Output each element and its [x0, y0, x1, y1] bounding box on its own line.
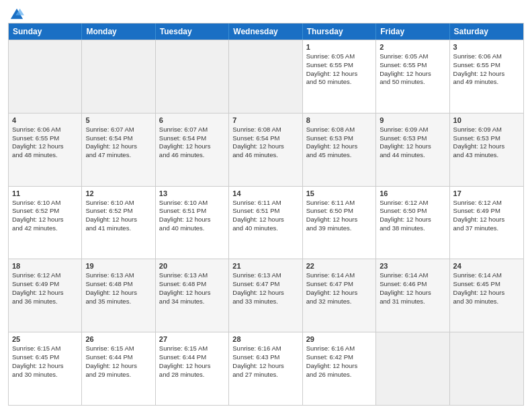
cal-cell: 2Sunrise: 6:05 AM Sunset: 6:55 PM Daylig…	[376, 40, 449, 113]
day-number: 2	[380, 43, 445, 51]
day-info: Sunrise: 6:13 AM Sunset: 6:48 PM Dayligh…	[159, 271, 225, 306]
cal-header-monday: Monday	[82, 24, 155, 40]
cal-week-1: 1Sunrise: 6:05 AM Sunset: 6:55 PM Daylig…	[9, 40, 523, 113]
day-number: 21	[232, 262, 298, 270]
cal-cell: 26Sunrise: 6:15 AM Sunset: 6:44 PM Dayli…	[82, 332, 155, 405]
day-number: 29	[306, 335, 372, 343]
cal-cell: 12Sunrise: 6:10 AM Sunset: 6:52 PM Dayli…	[82, 187, 155, 259]
cal-header-saturday: Saturday	[450, 24, 523, 40]
day-info: Sunrise: 6:08 AM Sunset: 6:54 PM Dayligh…	[232, 126, 298, 160]
day-info: Sunrise: 6:08 AM Sunset: 6:53 PM Dayligh…	[306, 126, 372, 160]
day-info: Sunrise: 6:12 AM Sunset: 6:50 PM Dayligh…	[380, 199, 445, 233]
page: SundayMondayTuesdayWednesdayThursdayFrid…	[0, 0, 532, 411]
day-info: Sunrise: 6:05 AM Sunset: 6:55 PM Dayligh…	[380, 52, 445, 87]
day-info: Sunrise: 6:06 AM Sunset: 6:55 PM Dayligh…	[453, 52, 520, 87]
logo-icon	[9, 7, 24, 21]
cal-week-4: 18Sunrise: 6:12 AM Sunset: 6:49 PM Dayli…	[9, 259, 523, 332]
logo	[8, 7, 24, 19]
cal-cell: 16Sunrise: 6:12 AM Sunset: 6:50 PM Dayli…	[376, 187, 449, 259]
day-number: 26	[85, 335, 151, 343]
day-number: 9	[380, 116, 445, 124]
header	[8, 7, 524, 19]
cal-cell	[376, 332, 449, 405]
cal-cell: 25Sunrise: 6:15 AM Sunset: 6:45 PM Dayli…	[9, 332, 82, 405]
day-info: Sunrise: 6:09 AM Sunset: 6:53 PM Dayligh…	[453, 126, 520, 160]
day-number: 12	[85, 189, 151, 197]
cal-cell: 20Sunrise: 6:13 AM Sunset: 6:48 PM Dayli…	[156, 259, 229, 332]
day-number: 11	[12, 189, 78, 197]
cal-cell: 7Sunrise: 6:08 AM Sunset: 6:54 PM Daylig…	[229, 113, 302, 186]
cal-cell: 21Sunrise: 6:13 AM Sunset: 6:47 PM Dayli…	[229, 259, 302, 332]
cal-cell: 19Sunrise: 6:13 AM Sunset: 6:48 PM Dayli…	[82, 259, 155, 332]
cal-cell: 8Sunrise: 6:08 AM Sunset: 6:53 PM Daylig…	[303, 113, 376, 186]
cal-cell: 6Sunrise: 6:07 AM Sunset: 6:54 PM Daylig…	[156, 113, 229, 186]
cal-cell	[156, 40, 229, 113]
day-info: Sunrise: 6:10 AM Sunset: 6:52 PM Dayligh…	[85, 199, 151, 233]
day-number: 25	[12, 335, 78, 343]
day-number: 22	[306, 262, 372, 270]
cal-cell: 28Sunrise: 6:16 AM Sunset: 6:43 PM Dayli…	[229, 332, 302, 405]
cal-cell: 22Sunrise: 6:14 AM Sunset: 6:47 PM Dayli…	[303, 259, 376, 332]
day-number: 1	[306, 43, 372, 51]
cal-cell: 27Sunrise: 6:15 AM Sunset: 6:44 PM Dayli…	[156, 332, 229, 405]
cal-cell: 10Sunrise: 6:09 AM Sunset: 6:53 PM Dayli…	[450, 113, 523, 186]
cal-week-3: 11Sunrise: 6:10 AM Sunset: 6:52 PM Dayli…	[9, 186, 523, 259]
day-number: 17	[453, 189, 520, 197]
cal-cell: 4Sunrise: 6:06 AM Sunset: 6:55 PM Daylig…	[9, 113, 82, 186]
day-number: 6	[159, 116, 225, 124]
day-number: 19	[85, 262, 151, 270]
day-info: Sunrise: 6:09 AM Sunset: 6:53 PM Dayligh…	[380, 126, 445, 160]
cal-cell: 3Sunrise: 6:06 AM Sunset: 6:55 PM Daylig…	[450, 40, 523, 113]
day-info: Sunrise: 6:10 AM Sunset: 6:52 PM Dayligh…	[12, 199, 78, 233]
day-number: 27	[159, 335, 225, 343]
cal-week-5: 25Sunrise: 6:15 AM Sunset: 6:45 PM Dayli…	[9, 332, 523, 405]
day-info: Sunrise: 6:15 AM Sunset: 6:44 PM Dayligh…	[159, 345, 225, 379]
day-number: 4	[12, 116, 78, 124]
day-number: 15	[306, 189, 372, 197]
day-number: 16	[380, 189, 445, 197]
day-number: 20	[159, 262, 225, 270]
day-info: Sunrise: 6:15 AM Sunset: 6:45 PM Dayligh…	[12, 345, 78, 379]
cal-header-wednesday: Wednesday	[229, 24, 302, 40]
day-info: Sunrise: 6:07 AM Sunset: 6:54 PM Dayligh…	[85, 126, 151, 160]
day-info: Sunrise: 6:11 AM Sunset: 6:51 PM Dayligh…	[232, 199, 298, 233]
cal-cell: 13Sunrise: 6:10 AM Sunset: 6:51 PM Dayli…	[156, 187, 229, 259]
cal-cell: 15Sunrise: 6:11 AM Sunset: 6:50 PM Dayli…	[303, 187, 376, 259]
day-info: Sunrise: 6:14 AM Sunset: 6:45 PM Dayligh…	[453, 271, 520, 306]
cal-cell: 18Sunrise: 6:12 AM Sunset: 6:49 PM Dayli…	[9, 259, 82, 332]
day-info: Sunrise: 6:07 AM Sunset: 6:54 PM Dayligh…	[159, 126, 225, 160]
day-number: 28	[232, 335, 298, 343]
cal-header-tuesday: Tuesday	[156, 24, 229, 40]
cal-cell: 1Sunrise: 6:05 AM Sunset: 6:55 PM Daylig…	[303, 40, 376, 113]
day-info: Sunrise: 6:15 AM Sunset: 6:44 PM Dayligh…	[85, 345, 151, 379]
cal-cell	[82, 40, 155, 113]
cal-cell: 9Sunrise: 6:09 AM Sunset: 6:53 PM Daylig…	[376, 113, 449, 186]
day-info: Sunrise: 6:12 AM Sunset: 6:49 PM Dayligh…	[453, 199, 520, 233]
day-info: Sunrise: 6:14 AM Sunset: 6:46 PM Dayligh…	[380, 271, 445, 306]
day-info: Sunrise: 6:13 AM Sunset: 6:48 PM Dayligh…	[85, 271, 151, 306]
cal-cell: 29Sunrise: 6:16 AM Sunset: 6:42 PM Dayli…	[303, 332, 376, 405]
day-number: 10	[453, 116, 520, 124]
cal-week-2: 4Sunrise: 6:06 AM Sunset: 6:55 PM Daylig…	[9, 113, 523, 186]
day-number: 14	[232, 189, 298, 197]
day-info: Sunrise: 6:05 AM Sunset: 6:55 PM Dayligh…	[306, 52, 372, 87]
day-info: Sunrise: 6:11 AM Sunset: 6:50 PM Dayligh…	[306, 199, 372, 233]
day-info: Sunrise: 6:13 AM Sunset: 6:47 PM Dayligh…	[232, 271, 298, 306]
day-info: Sunrise: 6:10 AM Sunset: 6:51 PM Dayligh…	[159, 199, 225, 233]
day-number: 3	[453, 43, 520, 51]
cal-cell	[229, 40, 302, 113]
calendar-header: SundayMondayTuesdayWednesdayThursdayFrid…	[9, 24, 523, 40]
cal-cell: 11Sunrise: 6:10 AM Sunset: 6:52 PM Dayli…	[9, 187, 82, 259]
cal-cell: 5Sunrise: 6:07 AM Sunset: 6:54 PM Daylig…	[82, 113, 155, 186]
cal-header-thursday: Thursday	[303, 24, 376, 40]
day-number: 5	[85, 116, 151, 124]
cal-cell: 23Sunrise: 6:14 AM Sunset: 6:46 PM Dayli…	[376, 259, 449, 332]
cal-header-sunday: Sunday	[9, 24, 82, 40]
calendar: SundayMondayTuesdayWednesdayThursdayFrid…	[8, 23, 524, 406]
day-number: 24	[453, 262, 520, 270]
cal-header-friday: Friday	[376, 24, 449, 40]
day-number: 13	[159, 189, 225, 197]
day-number: 8	[306, 116, 372, 124]
day-info: Sunrise: 6:12 AM Sunset: 6:49 PM Dayligh…	[12, 271, 78, 306]
day-info: Sunrise: 6:06 AM Sunset: 6:55 PM Dayligh…	[12, 126, 78, 160]
